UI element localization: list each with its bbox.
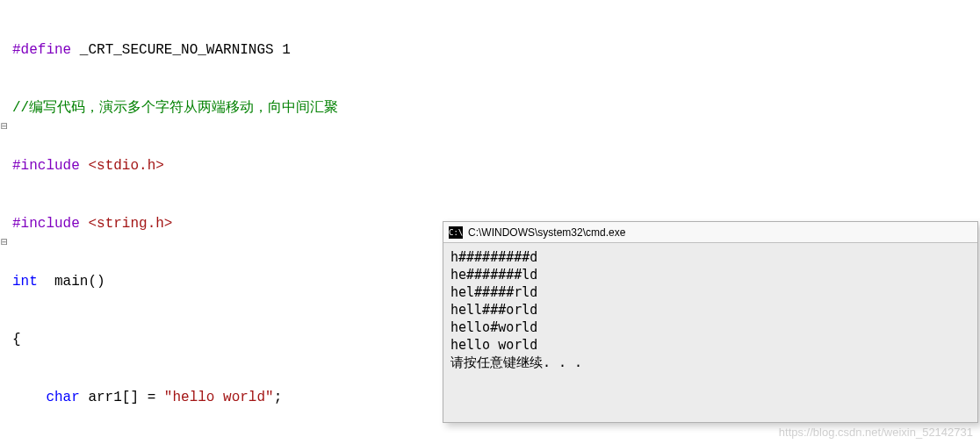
output-line: he#######ld bbox=[450, 266, 970, 283]
output-line: h#########d bbox=[450, 248, 970, 266]
output-prompt: 请按任意键继续. . . bbox=[450, 354, 970, 371]
preproc-define: #define bbox=[12, 42, 71, 58]
cmd-output: h#########d he#######ld hel#####rld hell… bbox=[443, 243, 977, 376]
cmd-title: C:\WINDOWS\system32\cmd.exe bbox=[468, 226, 625, 239]
preproc-include: #include bbox=[12, 158, 88, 174]
header-string: <string.h> bbox=[88, 216, 172, 232]
kw-int: int bbox=[12, 274, 38, 290]
output-line: hello#world bbox=[450, 319, 970, 336]
brace-open: { bbox=[12, 332, 21, 347]
output-line: hell###orld bbox=[450, 301, 970, 319]
kw-char: char bbox=[46, 390, 79, 405]
fold-marker[interactable]: ⊟ bbox=[0, 118, 12, 137]
fold-gutter: ⊟ ⊟ bbox=[0, 2, 12, 291]
string-literal: "hello world" bbox=[164, 390, 274, 405]
cmd-icon: C:\ bbox=[449, 226, 463, 239]
watermark: https://blog.csdn.net/weixin_52142731 bbox=[779, 426, 973, 439]
cmd-window[interactable]: C:\ C:\WINDOWS\system32\cmd.exe h#######… bbox=[443, 221, 978, 423]
func-main: main() bbox=[38, 274, 105, 290]
header-stdio: <stdio.h> bbox=[88, 158, 163, 174]
preproc-include: #include bbox=[12, 216, 88, 232]
fold-marker[interactable]: ⊟ bbox=[0, 233, 12, 253]
output-line: hel#####rld bbox=[450, 283, 970, 301]
output-line: hello world bbox=[450, 336, 970, 354]
comment: //编写代码，演示多个字符从两端移动，向中间汇聚 bbox=[12, 100, 338, 116]
cmd-titlebar[interactable]: C:\ C:\WINDOWS\system32\cmd.exe bbox=[443, 222, 977, 243]
macro-name: _CRT_SECURE_NO_WARNINGS 1 bbox=[71, 42, 291, 58]
code-editor: ⊟ ⊟ #define _CRT_SECURE_NO_WARNINGS 1 //… bbox=[0, 0, 980, 61]
